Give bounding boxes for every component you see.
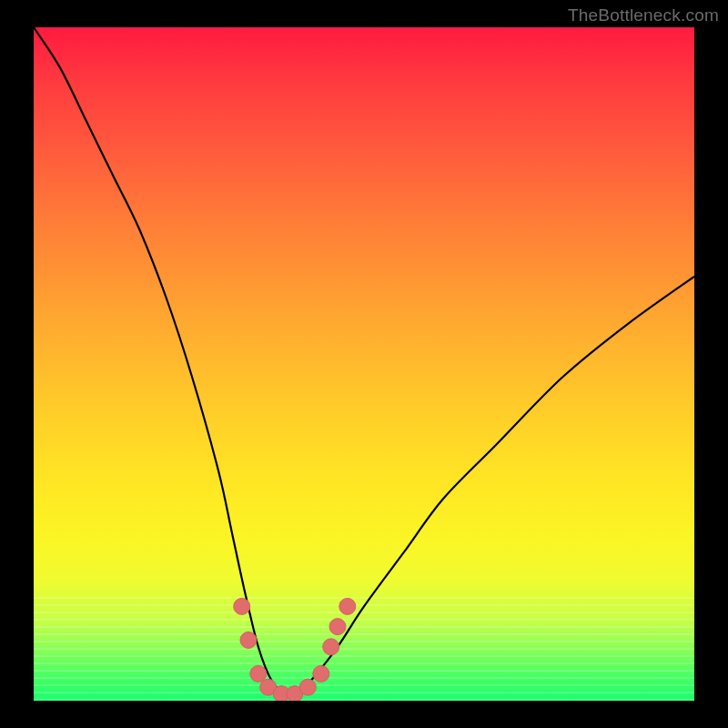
watermark-text: TheBottleneck.com: [568, 5, 719, 25]
chart-frame: TheBottleneck.com: [0, 0, 728, 728]
plot-area: [34, 27, 694, 701]
